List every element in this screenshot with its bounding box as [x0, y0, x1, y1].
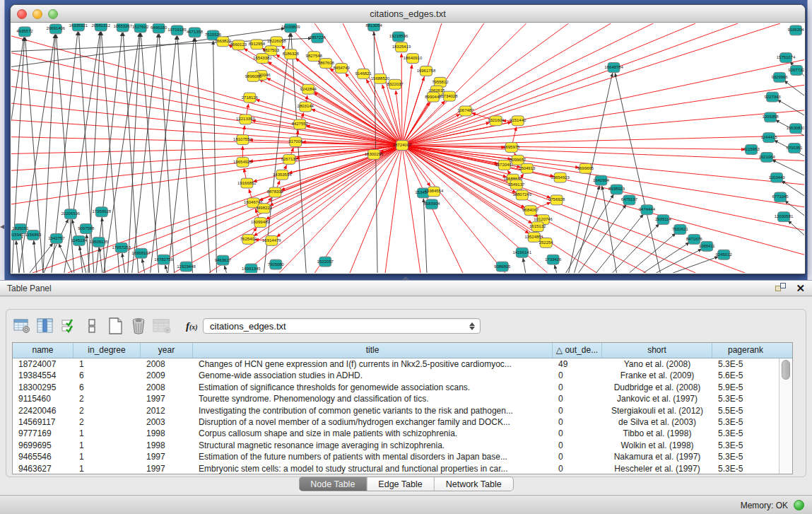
cell-name[interactable]: 9699695 [13, 440, 73, 451]
column-header-out_de[interactable]: △ out_de... [553, 343, 602, 358]
graph-node[interactable]: 20581312 [91, 23, 110, 31]
graph-node[interactable]: 2803144 [298, 102, 314, 112]
cell-title[interactable]: Structural magnetic resonance image aver… [193, 440, 553, 451]
graph-node[interactable]: 8215953 [743, 145, 760, 155]
cell-name[interactable]: 9777169 [13, 428, 73, 439]
cell-out_de[interactable]: 0 [553, 440, 602, 451]
graph-node[interactable]: 1321604 [488, 116, 505, 126]
graph-node[interactable]: 14196141 [512, 247, 531, 257]
graph-node[interactable]: 7625402 [240, 234, 257, 244]
graph-node[interactable]: 16914479 [262, 235, 281, 245]
graph-node[interactable]: 317006 [288, 137, 303, 147]
graph-node[interactable]: 9684067 [522, 206, 539, 216]
cell-out_de[interactable]: 0 [553, 382, 602, 393]
left-splitter-strip[interactable]: ◀ [0, 0, 5, 280]
column-header-pagerank[interactable]: pagerank [712, 343, 779, 358]
select-rows-icon[interactable] [59, 317, 78, 335]
tab-node-table[interactable]: Node Table [299, 477, 367, 491]
cell-in_degree[interactable]: 2 [73, 405, 141, 416]
cell-pagerank[interactable]: 5.3E-5 [712, 416, 779, 428]
cell-in_degree[interactable]: 1 [73, 440, 141, 451]
column-header-title[interactable]: title [193, 343, 553, 358]
delete-columns-icon[interactable] [129, 317, 148, 335]
graph-node[interactable]: 1244415 [760, 133, 777, 143]
graph-node[interactable]: 2867608 [318, 59, 335, 69]
graph-node[interactable]: 6479197 [621, 195, 638, 205]
cell-year[interactable]: 1997 [141, 463, 193, 474]
cell-short[interactable]: Stergiakouli et al. (2012) [602, 405, 712, 416]
graph-node[interactable]: 8454749 [334, 64, 351, 74]
graph-node[interactable]: 14353594 [273, 170, 292, 180]
column-header-year[interactable]: year [141, 343, 193, 358]
graph-node[interactable]: 16335921 [69, 23, 88, 31]
graph-node[interactable]: 8878332 [267, 187, 284, 197]
graph-node[interactable]: 252254 [539, 238, 554, 247]
graph-node[interactable]: 18807249 [512, 190, 531, 200]
delete-table-icon[interactable] [153, 317, 171, 335]
cell-short[interactable]: Tibbo et al. (1998) [602, 428, 712, 439]
graph-node[interactable]: 12923448 [177, 262, 196, 271]
graph-node[interactable]: 16099489 [251, 218, 270, 228]
cell-name[interactable]: 9115460 [13, 393, 73, 404]
graph-node[interactable]: 7857224 [310, 33, 326, 43]
cell-short[interactable]: de Silva et al. (2003) [602, 416, 712, 428]
graph-node[interactable]: 10630831 [787, 124, 804, 134]
cell-title[interactable]: Estimation of significance thresholds fo… [193, 382, 553, 393]
cell-title[interactable]: Tourette syndrome. Phenomenology and cla… [193, 393, 553, 404]
graph-node[interactable]: 1209358 [762, 112, 779, 122]
table-row[interactable]: 969969511998Structural magnetic resonanc… [13, 440, 792, 451]
cell-year[interactable]: 1998 [141, 428, 193, 439]
graph-node[interactable]: 8583904 [423, 199, 440, 209]
cell-title[interactable]: Embryonic stem cells: a model to study s… [193, 463, 553, 474]
cell-short[interactable]: Jankovic et al. (1997) [602, 393, 712, 404]
column-header-name[interactable]: name [13, 343, 73, 358]
cell-pagerank[interactable]: 5.5E-5 [712, 405, 779, 416]
cell-out_de[interactable]: 0 [553, 463, 602, 474]
cell-in_degree[interactable]: 6 [73, 370, 141, 381]
cell-pagerank[interactable]: 5.9E-5 [712, 382, 779, 393]
window-titlebar[interactable]: citations_edges.txt [11, 5, 805, 23]
table-row[interactable]: 911546021997Tourette syndrome. Phenomeno… [13, 393, 792, 404]
cell-year[interactable]: 1998 [141, 440, 193, 451]
cell-out_de[interactable]: 0 [553, 416, 602, 428]
cell-in_degree[interactable]: 2 [73, 416, 141, 428]
cell-pagerank[interactable]: 5.3E-5 [712, 393, 779, 404]
graph-node[interactable]: 4935572 [16, 27, 33, 37]
graph-node[interactable]: 9086805 [494, 262, 511, 271]
close-panel-icon[interactable]: ✕ [796, 283, 805, 293]
cell-name[interactable]: 22420046 [13, 405, 73, 416]
graph-node[interactable]: 9474444 [639, 205, 656, 215]
graph-node[interactable]: 7663822 [215, 37, 232, 47]
column-header-in_degree[interactable]: in_degree [73, 343, 141, 358]
cell-in_degree[interactable]: 6 [73, 382, 141, 393]
graph-node[interactable]: 8471676 [686, 234, 703, 244]
graph-node[interactable]: 1156863 [25, 230, 42, 240]
graph-node[interactable]: 6466160 [151, 23, 167, 33]
graph-node[interactable]: 18107552 [233, 135, 252, 145]
cell-in_degree[interactable]: 1 [73, 451, 141, 462]
cell-year[interactable]: 2008 [141, 358, 193, 370]
graph-node[interactable]: 4671358 [187, 28, 204, 37]
table-settings-icon[interactable] [13, 317, 31, 335]
right-splitter-strip[interactable] [807, 0, 812, 280]
cell-in_degree[interactable]: 2 [73, 393, 141, 404]
combo-stepper-icon[interactable] [467, 320, 477, 332]
graph-node[interactable]: 6734028 [441, 91, 458, 101]
graph-node[interactable]: 19654925 [233, 157, 252, 167]
graph-node[interactable]: 1695975 [503, 143, 520, 153]
graph-node[interactable]: 8813054 [365, 23, 382, 31]
graph-node[interactable]: 9227343 [764, 92, 781, 102]
graph-node[interactable]: 19218596 [389, 32, 408, 42]
graph-node[interactable]: 12030581 [775, 212, 794, 222]
graph-node[interactable]: 3498222 [256, 204, 273, 214]
cell-out_de[interactable]: 0 [553, 451, 602, 462]
cell-in_degree[interactable]: 1 [73, 358, 141, 370]
graph-node[interactable]: 9699695 [577, 163, 594, 173]
cell-short[interactable]: Franke et al. (2009) [602, 370, 712, 381]
cell-out_de[interactable]: 0 [553, 370, 602, 381]
graph-node[interactable]: 9151440 [510, 116, 526, 126]
cell-pagerank[interactable]: 5.3E-5 [712, 451, 779, 462]
graph-node[interactable]: 1504913 [519, 163, 536, 173]
graph-node[interactable]: 9245012 [716, 250, 733, 259]
function-builder-icon[interactable]: f(x) [186, 320, 198, 332]
